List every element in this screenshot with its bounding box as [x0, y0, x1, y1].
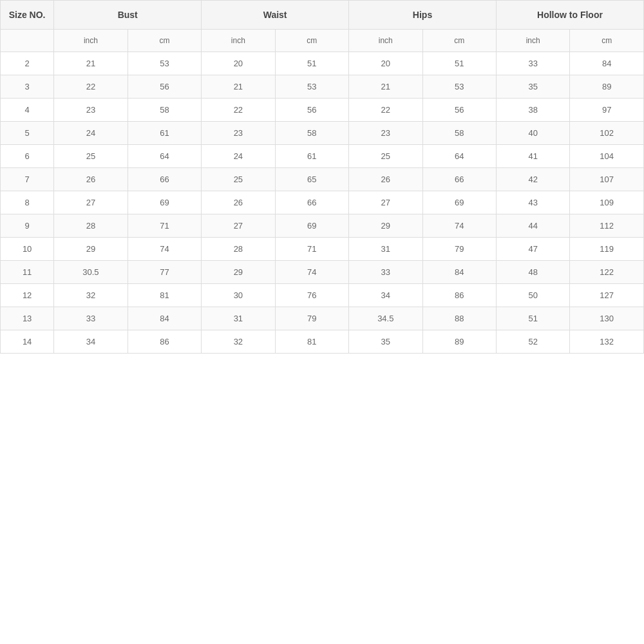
hips-inch-cell: 21 [349, 75, 422, 99]
htf-cm-cell: 109 [570, 191, 644, 214]
waist-inch-cell: 30 [202, 284, 275, 307]
htf-header: Hollow to Floor [496, 1, 643, 30]
waist-cm-cell: 53 [275, 75, 348, 99]
htf-inch-cell: 51 [496, 307, 569, 330]
waist-inch-cell: 29 [202, 261, 275, 284]
hips-inch-sub: inch [349, 30, 422, 52]
hips-inch-cell: 26 [349, 168, 422, 191]
waist-inch-cell: 20 [202, 52, 275, 75]
size-no-cell: 12 [1, 284, 54, 307]
htf-cm-cell: 104 [570, 145, 644, 168]
waist-cm-cell: 74 [275, 261, 348, 284]
bust-inch-cell: 32 [54, 284, 128, 307]
waist-inch-cell: 31 [202, 307, 275, 330]
hips-inch-cell: 22 [349, 99, 422, 122]
hips-cm-cell: 66 [422, 168, 496, 191]
sub-header-row: inch cm inch cm inch cm inch cm [1, 30, 644, 52]
bust-inch-cell: 25 [54, 145, 128, 168]
table-row: 32256215321533589 [1, 75, 644, 99]
htf-inch-sub: inch [496, 30, 569, 52]
htf-cm-cell: 127 [570, 284, 644, 307]
table-row: 1232813076348650127 [1, 284, 644, 307]
waist-inch-sub: inch [202, 30, 275, 52]
table-row: 524612358235840102 [1, 122, 644, 145]
waist-cm-cell: 69 [275, 214, 348, 238]
size-no-cell: 14 [1, 330, 54, 354]
waist-cm-cell: 61 [275, 145, 348, 168]
table-row: 1130.5772974338448122 [1, 261, 644, 284]
hips-inch-cell: 35 [349, 330, 422, 354]
waist-cm-cell: 56 [275, 99, 348, 122]
size-no-sub [1, 30, 54, 52]
htf-cm-cell: 122 [570, 261, 644, 284]
waist-cm-cell: 81 [275, 330, 348, 354]
bust-inch-cell: 27 [54, 191, 128, 214]
bust-cm-cell: 56 [128, 75, 201, 99]
htf-cm-sub: cm [570, 30, 644, 52]
size-no-cell: 3 [1, 75, 54, 99]
bust-cm-cell: 77 [128, 261, 201, 284]
bust-inch-cell: 34 [54, 330, 128, 354]
size-no-cell: 11 [1, 261, 54, 284]
table-row: 928712769297444112 [1, 214, 644, 238]
hips-inch-cell: 34 [349, 284, 422, 307]
hips-inch-cell: 31 [349, 238, 422, 261]
size-chart: Size NO. Bust Waist Hips Hollow to Floor… [0, 0, 644, 354]
table-row: 827692666276943109 [1, 191, 644, 214]
waist-header: Waist [202, 1, 349, 30]
bust-cm-cell: 66 [128, 168, 201, 191]
bust-inch-cell: 30.5 [54, 261, 128, 284]
bust-inch-cell: 22 [54, 75, 128, 99]
table-row: 726662565266642107 [1, 168, 644, 191]
size-no-cell: 5 [1, 122, 54, 145]
waist-inch-cell: 21 [202, 75, 275, 99]
htf-inch-cell: 33 [496, 52, 569, 75]
bust-inch-sub: inch [54, 30, 128, 52]
waist-cm-cell: 79 [275, 307, 348, 330]
htf-cm-cell: 97 [570, 99, 644, 122]
size-no-cell: 10 [1, 238, 54, 261]
hips-cm-cell: 74 [422, 214, 496, 238]
bust-inch-cell: 28 [54, 214, 128, 238]
hips-inch-cell: 33 [349, 261, 422, 284]
hips-inch-cell: 25 [349, 145, 422, 168]
bust-inch-cell: 26 [54, 168, 128, 191]
hips-cm-cell: 86 [422, 284, 496, 307]
hips-cm-cell: 58 [422, 122, 496, 145]
bust-cm-cell: 86 [128, 330, 201, 354]
waist-inch-cell: 28 [202, 238, 275, 261]
waist-cm-cell: 65 [275, 168, 348, 191]
hips-inch-cell: 29 [349, 214, 422, 238]
htf-cm-cell: 132 [570, 330, 644, 354]
htf-inch-cell: 52 [496, 330, 569, 354]
htf-inch-cell: 35 [496, 75, 569, 99]
hips-cm-cell: 56 [422, 99, 496, 122]
hips-cm-cell: 89 [422, 330, 496, 354]
hips-inch-cell: 27 [349, 191, 422, 214]
hips-cm-cell: 64 [422, 145, 496, 168]
size-no-cell: 2 [1, 52, 54, 75]
htf-cm-cell: 102 [570, 122, 644, 145]
bust-cm-cell: 69 [128, 191, 201, 214]
hips-cm-cell: 88 [422, 307, 496, 330]
htf-cm-cell: 84 [570, 52, 644, 75]
bust-cm-cell: 81 [128, 284, 201, 307]
bust-cm-cell: 74 [128, 238, 201, 261]
bust-inch-cell: 33 [54, 307, 128, 330]
htf-inch-cell: 38 [496, 99, 569, 122]
htf-cm-cell: 107 [570, 168, 644, 191]
waist-inch-cell: 24 [202, 145, 275, 168]
main-header-row: Size NO. Bust Waist Hips Hollow to Floor [1, 1, 644, 30]
bust-cm-sub: cm [128, 30, 201, 52]
waist-inch-cell: 27 [202, 214, 275, 238]
htf-cm-cell: 130 [570, 307, 644, 330]
waist-cm-cell: 66 [275, 191, 348, 214]
waist-cm-cell: 58 [275, 122, 348, 145]
waist-cm-cell: 76 [275, 284, 348, 307]
table-row: 22153205120513384 [1, 52, 644, 75]
htf-cm-cell: 112 [570, 214, 644, 238]
hips-cm-cell: 69 [422, 191, 496, 214]
bust-cm-cell: 61 [128, 122, 201, 145]
htf-inch-cell: 41 [496, 145, 569, 168]
table-row: 1434863281358952132 [1, 330, 644, 354]
